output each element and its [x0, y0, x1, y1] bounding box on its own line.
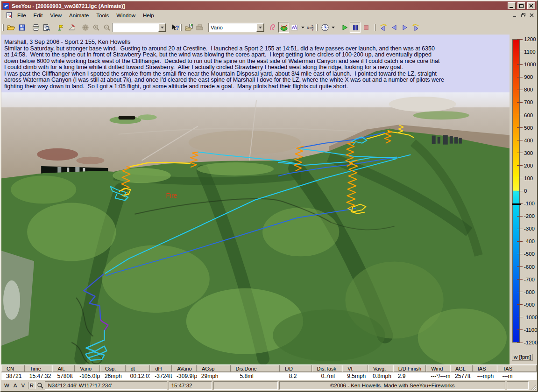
stats-value-time: 15:47:32 — [25, 372, 53, 380]
tick-label: 100 — [524, 175, 533, 181]
stats-header-distask[interactable]: Dis.Task — [312, 365, 343, 372]
print-preview-button[interactable] — [41, 22, 52, 33]
seeyou-window: SeeYou - [20060903_ww38721.igc (Animate)… — [0, 0, 538, 392]
stats-header-agl[interactable]: AGL — [450, 365, 473, 372]
magnifier-icon — [37, 382, 44, 389]
save-button[interactable] — [16, 22, 27, 33]
add-flight-button[interactable] — [184, 22, 194, 33]
stats-header-wind[interactable]: Wind — [426, 365, 450, 372]
stats-header-gsp[interactable]: Gsp. — [100, 365, 126, 372]
stats-header-dh[interactable]: dH — [150, 365, 172, 372]
context-help-button[interactable]: ? — [170, 22, 180, 33]
zoom-scale-combobox[interactable] — [112, 23, 166, 32]
scale-tick--400: -400 — [517, 238, 535, 245]
zoom-scale-caret[interactable] — [158, 23, 166, 32]
stats-header-ld[interactable]: L/D — [280, 365, 312, 372]
overlay-line-5: I could climb with for a long time while… — [4, 64, 508, 71]
stats-header-vario[interactable]: Vario — [75, 365, 100, 372]
flight-graph-button[interactable] — [289, 22, 300, 33]
r-toggle-button[interactable]: R — [28, 382, 35, 389]
play-button[interactable] — [339, 22, 350, 33]
stop-button[interactable] — [361, 22, 371, 33]
waypoint-flag-button[interactable] — [55, 22, 66, 33]
show-route-icon[interactable] — [268, 22, 278, 33]
stats-header-ias[interactable]: IAS — [473, 365, 498, 372]
stats-header-ldfinish[interactable]: L/D Finish — [393, 365, 426, 372]
scale-tick-1100: 1100 — [517, 49, 536, 55]
menu-edit[interactable]: Edit — [30, 11, 47, 20]
stats-header-agsp[interactable]: AGsp — [197, 365, 231, 372]
menu-file[interactable]: File — [14, 11, 30, 20]
stats-value-distask: 0.7ml — [312, 372, 343, 380]
pause-button[interactable] — [350, 22, 361, 33]
document-icon[interactable] — [6, 12, 13, 19]
tick-mark — [517, 317, 523, 317]
go-last-button[interactable] — [410, 22, 421, 33]
task-ruler-button[interactable] — [66, 22, 77, 33]
zoom-in-icon[interactable] — [91, 22, 101, 33]
graph-dropdown-caret[interactable] — [300, 22, 305, 33]
flight-parameters-button[interactable]: u=5T — [305, 22, 316, 33]
stats-value-vavg: 0.8mph — [368, 372, 393, 380]
toolbar-grip[interactable] — [2, 24, 4, 31]
menu-animate[interactable]: Animate — [65, 11, 92, 20]
status-letter-a[interactable]: A — [14, 383, 17, 388]
print-button[interactable] — [30, 22, 41, 33]
status-letter-w[interactable]: W — [4, 383, 9, 388]
close-flight-button[interactable] — [194, 22, 205, 33]
zoom-out-icon[interactable] — [101, 22, 112, 33]
stats-value-vario: -105.0fpm — [75, 372, 100, 380]
mdi-close-button[interactable] — [528, 12, 535, 18]
resize-grip[interactable] — [530, 383, 536, 390]
maximize-button[interactable] — [517, 2, 525, 9]
minimize-button[interactable] — [508, 2, 516, 9]
open-button[interactable] — [6, 22, 16, 33]
stats-header-vavg[interactable]: Vavg. — [368, 365, 393, 372]
step-forward-button[interactable] — [399, 22, 410, 33]
stats-header-dt[interactable]: dt — [126, 365, 150, 372]
tick-mark — [517, 241, 523, 242]
view-mode-caret[interactable] — [256, 23, 264, 32]
stats-header-time[interactable]: Time — [25, 365, 53, 372]
stats-header-tas[interactable]: TAS — [497, 365, 537, 372]
tick-mark — [517, 292, 523, 292]
stats-header-avario[interactable]: AVario — [172, 365, 197, 372]
mdi-restore-button[interactable] — [520, 12, 527, 18]
menu-window[interactable]: Window — [113, 11, 139, 20]
tick-label: 600 — [524, 112, 533, 118]
menu-tools[interactable]: Tools — [92, 11, 113, 20]
toolbar-grip-4[interactable] — [375, 24, 376, 31]
stats-header-alt[interactable]: Alt. — [52, 365, 75, 372]
toolbar-grip-2[interactable] — [180, 24, 182, 31]
menu-help[interactable]: Help — [139, 11, 158, 20]
overlay-line-8: fighting their way down to land. So I go… — [4, 84, 508, 90]
step-back-button[interactable] — [389, 22, 399, 33]
menu-view[interactable]: View — [46, 11, 65, 20]
toolbar-grip-3[interactable] — [316, 24, 318, 31]
stats-header-vt[interactable]: Vt — [342, 365, 368, 372]
tick-mark — [517, 254, 523, 254]
status-letter-v[interactable]: V — [21, 383, 25, 388]
overlay-line-7: across Waterman Canyon (I was still at a… — [4, 77, 508, 84]
scale-tick--700: -700 — [517, 276, 535, 282]
view-mode-combobox[interactable]: Vario — [208, 23, 264, 32]
app-icon[interactable] — [3, 2, 10, 9]
tick-mark — [517, 329, 523, 330]
stats-value-avario: -309.9fpm — [172, 372, 197, 380]
menubar-grip[interactable] — [3, 12, 4, 19]
title-bar[interactable]: SeeYou - [20060903_ww38721.igc (Animate)… — [1, 1, 537, 10]
tick-label: -1000 — [524, 315, 538, 320]
mdi-minimize-button[interactable] — [511, 12, 518, 18]
show-map-button[interactable] — [278, 22, 289, 33]
globe-icon[interactable] — [80, 22, 91, 33]
close-button[interactable] — [527, 2, 535, 9]
map-3d-view[interactable]: Fire Marshall, 3 Sep 2006 - Sport 2 155,… — [1, 35, 510, 364]
stats-value-dt: 00:12:01 — [126, 372, 150, 380]
stats-header-disdone[interactable]: Dis.Done — [231, 365, 280, 372]
stats-header-cn[interactable]: CN — [1, 365, 25, 372]
flight-notes-overlay: Marshall, 3 Sep 2006 - Sport 2 155, Ken … — [1, 35, 510, 92]
go-first-button[interactable] — [378, 22, 389, 33]
clock-dropdown-caret[interactable] — [330, 22, 336, 33]
animation-clock-button[interactable] — [319, 22, 330, 33]
tick-label: -600 — [524, 264, 535, 270]
